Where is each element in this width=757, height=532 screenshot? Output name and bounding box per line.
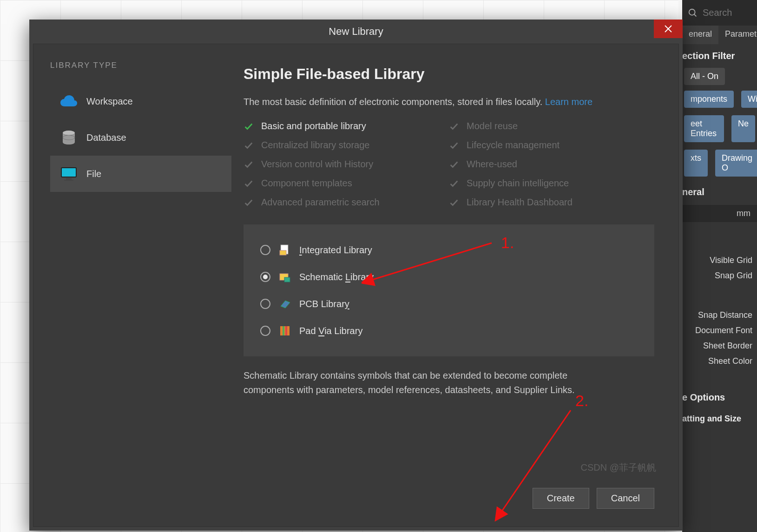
search-input[interactable] <box>703 7 757 18</box>
feature-label: Component templates <box>261 178 352 189</box>
pcb-library-icon <box>279 298 291 310</box>
prop-label: Snap Distance <box>682 310 757 320</box>
svg-line-1 <box>694 14 697 16</box>
content-heading: Simple File-based Library <box>244 66 654 83</box>
dialog-content: Simple File-based Library The most basic… <box>231 53 670 518</box>
integrated-library-icon <box>279 244 291 256</box>
section-filter-heading: ection Filter <box>682 44 757 66</box>
subtype-label: PCB Library <box>299 299 349 309</box>
feature-item: Library Health Dashboard <box>449 197 654 208</box>
library-subtype-box: Integrated Library Schematic Library PCB… <box>244 224 654 356</box>
create-button[interactable]: Create <box>533 488 589 509</box>
subtype-description: Schematic Library contains symbols that … <box>244 368 615 397</box>
feature-label: Library Health Dashboard <box>467 197 573 208</box>
filter-all-on[interactable]: All - On <box>684 68 725 85</box>
feature-item: Advanced parametric search <box>244 197 449 208</box>
options-heading: e Options <box>682 386 757 407</box>
library-type-file[interactable]: File <box>50 156 231 192</box>
close-button[interactable] <box>654 20 683 38</box>
prop-label: Sheet Color <box>682 356 757 366</box>
prop-label: Snap Grid <box>682 271 757 281</box>
filter-pill[interactable]: Wi <box>741 91 757 108</box>
database-icon <box>60 130 77 145</box>
tab-parameters[interactable]: Paramete <box>718 26 757 44</box>
library-type-sidebar: LIBRARY TYPE Workspace Database File <box>42 53 231 518</box>
filter-pill[interactable]: eet Entries <box>684 115 724 142</box>
filter-pill[interactable]: mponents <box>684 91 734 108</box>
properties-panel: eneral Paramete ection Filter All - On m… <box>682 0 757 532</box>
library-type-workspace[interactable]: Workspace <box>50 83 231 119</box>
check-icon <box>449 197 459 208</box>
prop-label: Visible Grid <box>682 256 757 265</box>
svg-rect-6 <box>61 168 76 177</box>
feature-item: Version control with History <box>244 159 449 170</box>
library-type-database[interactable]: Database <box>50 119 231 156</box>
close-icon <box>664 25 672 33</box>
feature-grid: Basic and portable library Model reuse C… <box>244 121 654 208</box>
check-icon <box>244 197 254 208</box>
feature-item: Centralized library storage <box>244 140 449 151</box>
filter-pill[interactable]: Ne <box>731 115 755 142</box>
feature-item: Basic and portable library <box>244 121 449 131</box>
check-icon <box>244 140 254 151</box>
feature-label: Advanced parametric search <box>261 197 380 208</box>
check-icon <box>244 159 254 170</box>
new-library-dialog: New Library LIBRARY TYPE Workspace Datab… <box>29 20 683 531</box>
check-icon <box>449 178 459 189</box>
search-bar[interactable] <box>682 0 757 26</box>
svg-rect-10 <box>280 250 286 255</box>
monitor-icon <box>60 166 77 181</box>
feature-label: Version control with History <box>261 159 373 170</box>
svg-rect-13 <box>280 326 290 335</box>
feature-label: Basic and portable library <box>261 121 366 131</box>
subtype-schematic-library[interactable]: Schematic Library <box>260 263 638 290</box>
svg-point-4 <box>63 131 75 135</box>
feature-item: Where-used <box>449 159 654 170</box>
check-icon <box>449 121 459 131</box>
subtype-pad-via-library[interactable]: Pad Via Library <box>260 317 638 344</box>
svg-rect-12 <box>284 277 290 282</box>
library-type-label: File <box>86 169 101 179</box>
prop-label: Document Font <box>682 326 757 335</box>
svg-rect-15 <box>285 326 287 335</box>
feature-item: Component templates <box>244 178 449 189</box>
tab-general[interactable]: eneral <box>682 26 718 44</box>
filter-pill[interactable]: Drawing O <box>715 150 757 177</box>
schematic-library-icon <box>279 271 291 283</box>
svg-rect-7 <box>66 178 72 180</box>
cancel-button[interactable]: Cancel <box>597 488 654 509</box>
dialog-title: New Library <box>329 26 383 38</box>
check-icon <box>449 159 459 170</box>
pad-via-library-icon <box>279 325 291 337</box>
subtype-label: Integrated Library <box>299 245 372 256</box>
feature-label: Supply chain intelligence <box>467 178 569 189</box>
filter-pill[interactable]: xts <box>684 150 708 177</box>
prop-label: Sheet Border <box>682 341 757 351</box>
feature-label: Where-used <box>467 159 517 170</box>
subtype-integrated-library[interactable]: Integrated Library <box>260 236 638 263</box>
feature-item: Lifecycle management <box>449 140 654 151</box>
search-icon <box>688 8 698 18</box>
units-value[interactable]: mm <box>682 205 757 222</box>
feature-label: Lifecycle management <box>467 140 560 151</box>
subtype-pcb-library[interactable]: PCB Library <box>260 290 638 317</box>
formatting-heading: atting and Size <box>682 407 757 428</box>
general-heading: neral <box>682 180 757 202</box>
properties-tabs: eneral Paramete <box>682 26 757 44</box>
check-icon <box>449 140 459 151</box>
library-type-label: Database <box>86 132 126 143</box>
feature-item: Model reuse <box>449 121 654 131</box>
subtype-label: Schematic Library <box>299 272 374 282</box>
dialog-titlebar: New Library <box>29 20 683 44</box>
feature-label: Centralized library storage <box>261 140 369 151</box>
dialog-button-row: Create Cancel <box>244 469 654 509</box>
radio-button[interactable] <box>260 299 270 309</box>
radio-button[interactable] <box>260 245 270 255</box>
sidebar-title: LIBRARY TYPE <box>50 61 231 70</box>
feature-label: Model reuse <box>467 121 518 131</box>
svg-rect-8 <box>64 180 73 181</box>
radio-button[interactable] <box>260 272 270 282</box>
radio-button[interactable] <box>260 326 270 336</box>
learn-more-link[interactable]: Learn more <box>545 97 592 107</box>
cloud-icon <box>60 94 77 109</box>
